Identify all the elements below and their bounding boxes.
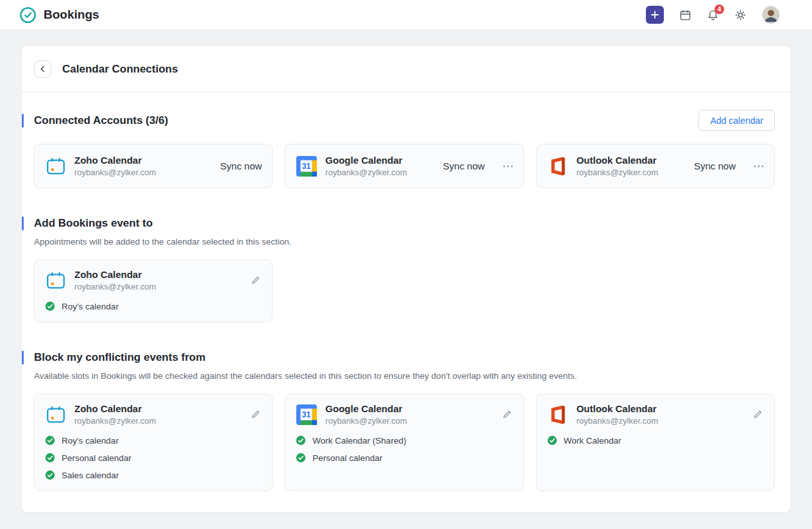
add-event-section: Add Bookings event to Appointments will … bbox=[22, 217, 790, 322]
calendar-icon[interactable] bbox=[679, 9, 691, 21]
calendar-name: Personal calendar bbox=[312, 453, 382, 463]
edit-pencil-icon[interactable] bbox=[752, 408, 764, 421]
account-name: Outlook Calendar bbox=[577, 155, 658, 166]
check-icon bbox=[45, 435, 55, 446]
account-name: Zoho Calendar bbox=[74, 269, 156, 280]
selected-calendar-item: Work Calendar (Shared) bbox=[296, 435, 512, 446]
settings-gear-icon[interactable] bbox=[734, 9, 747, 21]
check-icon bbox=[547, 435, 557, 446]
add-calendar-button[interactable]: Add calendar bbox=[698, 110, 775, 131]
calendar-name: Roy's calendar bbox=[62, 436, 119, 446]
account-name: Zoho Calendar bbox=[74, 155, 156, 166]
account-email: roybanks@zylker.com bbox=[577, 416, 658, 426]
connected-account-card-google: 31 Google Calendar roybanks@zylker.com S… bbox=[285, 144, 523, 188]
connected-account-card-zoho: Zoho Calendar roybanks@zylker.com Sync n… bbox=[34, 144, 273, 188]
selected-calendar-item: Roy's calendar bbox=[45, 435, 262, 446]
block-events-section: Block my conflicting events from Availab… bbox=[22, 351, 790, 491]
google-calendar-icon: 31 bbox=[296, 404, 317, 426]
check-icon bbox=[45, 301, 55, 311]
plus-icon bbox=[650, 10, 659, 19]
selected-calendar-item: Roy's calendar bbox=[45, 301, 262, 311]
account-email: roybanks@zylker.com bbox=[74, 168, 156, 177]
more-options-icon[interactable] bbox=[754, 164, 764, 169]
outlook-calendar-icon bbox=[547, 155, 569, 177]
block-events-subtitle: Available slots in Bookings will be chec… bbox=[34, 371, 775, 381]
calendar-name: Roy's calendar bbox=[62, 302, 119, 311]
back-button[interactable] bbox=[34, 60, 51, 78]
edit-pencil-icon[interactable] bbox=[250, 408, 262, 421]
chevron-left-icon bbox=[39, 65, 46, 73]
sync-now-button[interactable]: Sync now bbox=[694, 160, 736, 171]
zoho-calendar-icon bbox=[45, 404, 67, 426]
connected-account-card-outlook: Outlook Calendar roybanks@zylker.com Syn… bbox=[536, 144, 775, 188]
connected-accounts-section: Connected Accounts (3/6) Add calendar Zo… bbox=[22, 110, 790, 188]
page-title: Calendar Connections bbox=[62, 63, 178, 76]
connected-accounts-title: Connected Accounts (3/6) bbox=[34, 114, 168, 127]
page-header: Calendar Connections bbox=[22, 46, 790, 92]
calendar-name: Work Calendar bbox=[564, 436, 622, 446]
notifications-bell-icon[interactable]: 4 bbox=[707, 9, 719, 21]
account-email: roybanks@zylker.com bbox=[325, 416, 407, 426]
block-events-title: Block my conflicting events from bbox=[34, 351, 775, 364]
add-event-subtitle: Appointments will be added to the calend… bbox=[34, 237, 775, 247]
selected-calendar-item: Personal calendar bbox=[45, 453, 262, 463]
google-calendar-icon: 31 bbox=[296, 155, 317, 177]
calendar-name: Work Calendar (Shared) bbox=[312, 436, 406, 446]
edit-pencil-icon[interactable] bbox=[501, 408, 513, 421]
check-icon bbox=[45, 470, 55, 480]
more-options-icon[interactable] bbox=[503, 164, 513, 169]
check-icon bbox=[45, 453, 55, 463]
sync-now-button[interactable]: Sync now bbox=[443, 160, 485, 171]
outlook-calendar-icon bbox=[547, 404, 569, 426]
account-email: roybanks@zylker.com bbox=[577, 168, 658, 177]
brand: Bookings bbox=[19, 6, 99, 24]
account-name: Zoho Calendar bbox=[74, 403, 156, 414]
selected-calendar-item: Work Calendar bbox=[547, 435, 764, 446]
edit-pencil-icon[interactable] bbox=[250, 274, 262, 286]
account-name: Outlook Calendar bbox=[577, 403, 658, 414]
add-event-card-zoho: Zoho Calendar roybanks@zylker.com Roy's … bbox=[34, 259, 273, 322]
google-calendar-day-label: 31 bbox=[302, 410, 311, 419]
topbar-actions: 4 bbox=[646, 6, 780, 24]
zoho-calendar-icon bbox=[45, 270, 67, 291]
zoho-calendar-icon bbox=[45, 155, 67, 177]
bookings-logo-icon bbox=[19, 6, 37, 24]
divider bbox=[22, 92, 790, 92]
google-calendar-day-label: 31 bbox=[302, 162, 311, 171]
notification-badge: 4 bbox=[715, 4, 724, 14]
account-email: roybanks@zylker.com bbox=[74, 282, 156, 291]
add-event-title: Add Bookings event to bbox=[34, 217, 775, 230]
check-icon bbox=[296, 435, 306, 446]
block-card-outlook: Outlook Calendar roybanks@zylker.com Wor… bbox=[536, 394, 775, 491]
calendar-name: Sales calendar bbox=[62, 471, 119, 480]
user-avatar[interactable] bbox=[762, 6, 780, 24]
account-name: Google Calendar bbox=[325, 155, 407, 166]
selected-calendar-item: Personal calendar bbox=[296, 453, 512, 463]
account-email: roybanks@zylker.com bbox=[74, 416, 156, 426]
top-bar: Bookings 4 bbox=[0, 0, 812, 30]
create-plus-button[interactable] bbox=[646, 6, 664, 24]
calendar-name: Personal calendar bbox=[62, 453, 131, 463]
app-title: Bookings bbox=[44, 8, 99, 22]
block-card-google: 31 Google Calendar roybanks@zylker.com W… bbox=[285, 394, 523, 491]
block-card-zoho: Zoho Calendar roybanks@zylker.com Roy's … bbox=[34, 394, 273, 491]
account-name: Google Calendar bbox=[325, 403, 407, 414]
account-email: roybanks@zylker.com bbox=[325, 168, 407, 177]
calendar-connections-panel: Calendar Connections Connected Accounts … bbox=[22, 46, 790, 512]
check-icon bbox=[296, 453, 306, 463]
selected-calendar-item: Sales calendar bbox=[45, 470, 262, 480]
sync-now-button[interactable]: Sync now bbox=[220, 160, 262, 171]
